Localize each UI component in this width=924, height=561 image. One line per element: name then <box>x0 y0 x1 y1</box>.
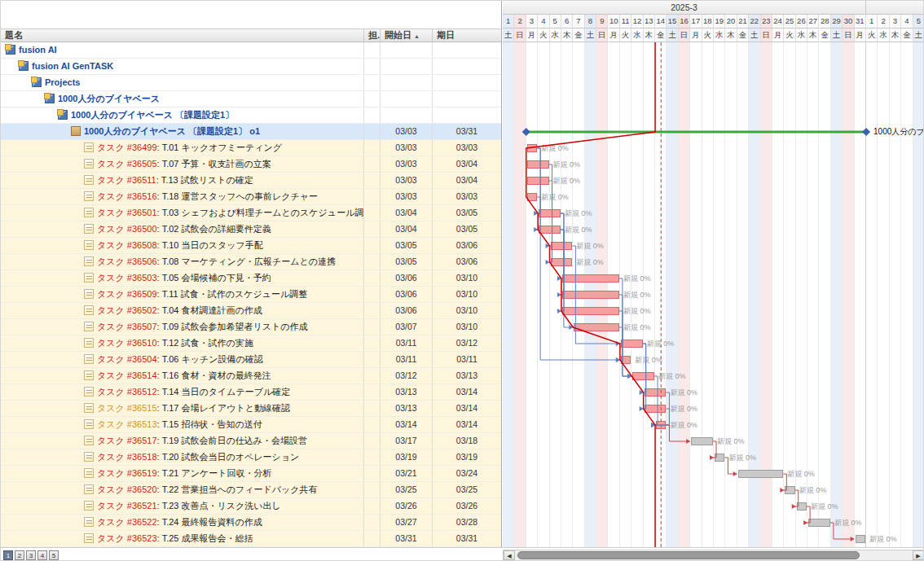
task-bar[interactable] <box>551 242 573 250</box>
issue-link[interactable]: タスク #36507 <box>97 322 157 331</box>
issue-link[interactable]: タスク #36502 <box>97 305 157 315</box>
task-bar[interactable] <box>527 193 537 201</box>
task-bar[interactable] <box>691 437 713 445</box>
column-header-start[interactable]: 開始日▲ <box>381 29 433 42</box>
horizontal-scrollbar[interactable]: ◀ ▶ <box>503 550 924 561</box>
task-bar[interactable] <box>551 258 573 266</box>
weekday-cell: 金 <box>737 28 749 42</box>
day-column <box>667 42 678 547</box>
day-number-cell: 27 <box>807 15 819 28</box>
issue-link[interactable]: タスク #36522 <box>97 517 157 527</box>
day-number-cell: 13 <box>644 15 655 28</box>
task-progress-label: 新規 0% <box>658 372 686 380</box>
task-progress-label: 新規 0% <box>635 356 662 364</box>
task-bar[interactable] <box>562 291 619 299</box>
project-link[interactable]: 1000人分のブイヤベース 〔課題設定1〕 <box>71 110 234 120</box>
assignee-cell <box>364 140 381 156</box>
sort-ascending-icon: ▲ <box>414 33 420 39</box>
issue-link[interactable]: タスク #36519 <box>97 468 157 478</box>
issue-link[interactable]: タスク #36515 <box>97 403 157 413</box>
task-bar[interactable] <box>562 307 619 315</box>
scrollbar-thumb[interactable] <box>517 551 860 559</box>
task-bar[interactable] <box>715 454 724 462</box>
task-bar[interactable] <box>785 486 794 494</box>
tree-indent <box>6 541 84 541</box>
task-bar[interactable] <box>527 160 549 169</box>
task-bar[interactable] <box>645 388 667 397</box>
page-button-5[interactable]: 5 <box>49 550 59 560</box>
day-number-cell: 28 <box>820 15 831 28</box>
task-bar[interactable] <box>621 356 631 364</box>
weekday-cell: 火 <box>538 28 549 42</box>
task-progress-label: 新規 0% <box>647 340 675 348</box>
task-icon <box>84 322 94 331</box>
project-link[interactable]: Projects <box>45 77 80 87</box>
project-link[interactable]: fusion AI GenTASK <box>32 61 113 71</box>
task-bar[interactable] <box>527 177 549 185</box>
issue-link[interactable]: タスク #36510 <box>97 338 157 348</box>
issue-link[interactable]: タスク #36505 <box>97 159 157 169</box>
task-bar[interactable] <box>738 470 784 478</box>
issue-link[interactable]: タスク #36508 <box>97 240 157 250</box>
page-button-4[interactable]: 4 <box>37 550 47 560</box>
due-date-cell: 03/03 <box>433 140 502 156</box>
task-bar[interactable] <box>562 274 619 283</box>
issue-link[interactable]: タスク #36517 <box>97 436 157 445</box>
issue-link[interactable]: タスク #36513 <box>97 419 157 429</box>
task-bar[interactable] <box>645 405 667 413</box>
task-bar[interactable] <box>527 144 537 152</box>
task-title: T.01 キックオフミーティング <box>162 142 282 152</box>
task-bar[interactable] <box>808 519 830 527</box>
column-header-due[interactable]: 期日 <box>433 29 502 42</box>
day-number-cell: 11 <box>620 15 631 28</box>
scroll-right-button[interactable]: ▶ <box>913 550 924 560</box>
day-number-cell: 16 <box>679 15 690 28</box>
issue-link[interactable]: タスク #36516 <box>97 191 157 201</box>
issue-link[interactable]: タスク #36514 <box>97 370 157 380</box>
task-bar[interactable] <box>656 421 666 429</box>
issue-link[interactable]: タスク #36503 <box>97 273 157 283</box>
assignee-cell <box>364 303 381 318</box>
page-button-1[interactable]: 1 <box>3 550 13 560</box>
day-number-cell: 3 <box>526 15 538 28</box>
issue-link[interactable]: タスク #36500 <box>97 224 157 234</box>
due-date-cell: 03/04 <box>433 173 502 188</box>
task-icon <box>84 224 94 234</box>
day-number-cell: 30 <box>843 15 854 28</box>
issue-link[interactable]: タスク #36506 <box>97 256 157 266</box>
project-link[interactable]: fusion AI <box>19 45 57 55</box>
issue-link[interactable]: タスク #36521 <box>97 501 157 511</box>
page-button-2[interactable]: 2 <box>15 550 24 560</box>
start-date-cell: 03/17 <box>381 433 433 449</box>
weekday-cell: 土 <box>831 28 843 42</box>
issue-link[interactable]: タスク #36504 <box>97 354 157 364</box>
issue-link[interactable]: タスク #36523 <box>97 533 157 543</box>
day-number-cell: 2 <box>878 15 889 28</box>
task-row: タスク #36519: T.21 アンケート回収・分析03/2103/24 <box>1 466 502 482</box>
task-bar[interactable] <box>856 535 865 543</box>
issue-link[interactable]: タスク #36518 <box>97 452 157 462</box>
issue-link[interactable]: タスク #36511 <box>97 175 156 185</box>
column-header-assignee[interactable]: 担.. <box>364 29 381 42</box>
issue-link[interactable]: タスク #36520 <box>97 484 157 494</box>
task-bar[interactable] <box>539 209 561 217</box>
task-bar[interactable] <box>797 502 807 511</box>
page-button-3[interactable]: 3 <box>26 550 36 560</box>
issue-link[interactable]: タスク #36501 <box>97 208 157 217</box>
scroll-left-button[interactable]: ◀ <box>504 550 515 560</box>
project-link[interactable]: 1000人分のブイヤベース <box>58 94 160 103</box>
task-icon <box>84 305 94 315</box>
subject-cell: タスク #36504: T.06 キッチン設備の確認 <box>1 352 364 367</box>
issue-link[interactable]: タスク #36509 <box>97 289 157 299</box>
task-icon <box>84 256 94 266</box>
version-link[interactable]: 1000人分のブイヤベース 〔課題設定1〕 o1 <box>84 126 260 136</box>
task-bar[interactable] <box>621 340 643 348</box>
task-bar[interactable] <box>574 323 619 331</box>
issue-link[interactable]: タスク #36499 <box>97 142 157 152</box>
day-column <box>820 42 831 547</box>
issue-link[interactable]: タスク #36512 <box>97 387 157 397</box>
task-row: タスク #36521: T.23 改善点・リスク洗い出し03/2603/26 <box>1 498 502 515</box>
task-bar[interactable] <box>539 226 561 234</box>
column-header-subject[interactable]: 題名 <box>1 29 364 42</box>
task-bar[interactable] <box>632 372 654 380</box>
